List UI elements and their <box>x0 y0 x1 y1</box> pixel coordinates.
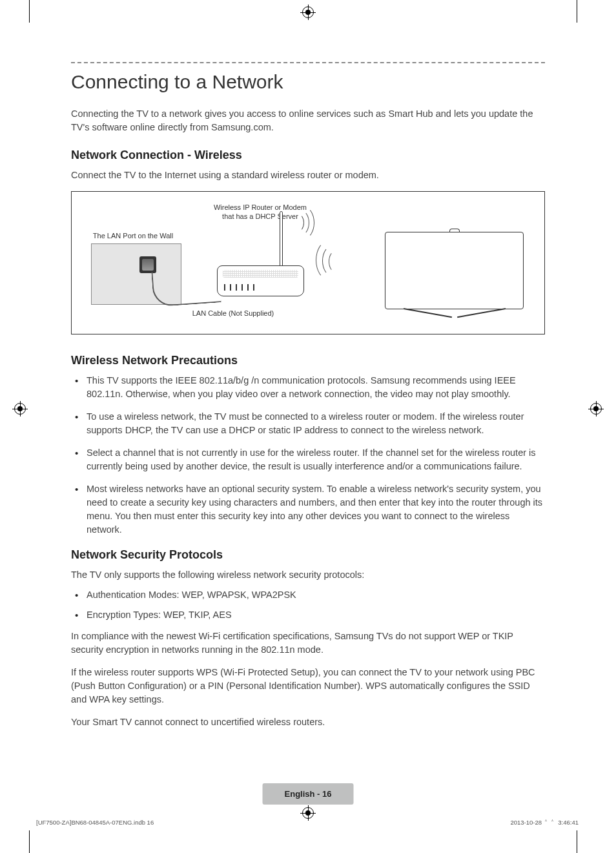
diagram-label-wall: The LAN Port on the Wall <box>79 232 187 241</box>
protocols-list: Authentication Modes: WEP, WPAPSK, WPA2P… <box>71 588 545 622</box>
tv-icon <box>385 232 524 309</box>
lan-cable-icon <box>151 267 221 307</box>
registration-mark-icon <box>590 403 602 415</box>
list-item: Most wireless networks have an optional … <box>71 482 545 537</box>
router-icon <box>217 265 304 296</box>
registration-mark-icon <box>302 6 314 18</box>
security-p2: If the wireless router supports WPS (Wi-… <box>71 666 545 706</box>
list-item: Authentication Modes: WEP, WPAPSK, WPA2P… <box>71 588 545 602</box>
list-item: To use a wireless network, the TV must b… <box>71 410 545 437</box>
page-title: Connecting to a Network <box>71 71 545 93</box>
security-p3: Your Smart TV cannot connect to uncertif… <box>71 715 545 729</box>
section-heading-security: Network Security Protocols <box>71 548 545 562</box>
diagram-label-cable: LAN Cable (Not Supplied) <box>169 309 298 318</box>
lan-port-icon <box>139 256 156 273</box>
antenna-icon <box>280 211 283 269</box>
crop-mark <box>577 0 577 23</box>
list-item: Select a channel that is not currently i… <box>71 446 545 473</box>
dashed-rule <box>71 62 545 63</box>
crop-mark <box>577 830 577 853</box>
precautions-list: This TV supports the IEEE 802.11a/b/g /n… <box>71 374 545 537</box>
intro-paragraph: Connecting the TV to a network gives you… <box>71 107 545 134</box>
page-number-badge: English - 16 <box>263 783 354 805</box>
page-content: Connecting to a Network Connecting the T… <box>71 58 545 811</box>
crop-mark <box>29 830 30 853</box>
tv-stand-icon <box>410 308 499 317</box>
security-intro: The TV only supports the following wirel… <box>71 568 545 582</box>
list-item: This TV supports the IEEE 802.11a/b/g /n… <box>71 374 545 401</box>
footer-right: 2013-10-28 ᄉᄉ 3:46:41 <box>510 819 579 826</box>
registration-mark-icon <box>14 403 26 415</box>
section1-text: Connect the TV to the Internet using a s… <box>71 169 545 182</box>
security-p1: In compliance with the newest Wi-Fi cert… <box>71 630 545 657</box>
footer-left: [UF7500-ZA]BN68-04845A-07ENG.indb 16 <box>36 819 154 826</box>
network-diagram: Wireless IP Router or Modemthat has a DH… <box>71 191 545 334</box>
list-item: Encryption Types: WEP, TKIP, AES <box>71 608 545 622</box>
print-footer: [UF7500-ZA]BN68-04845A-07ENG.indb 16 201… <box>36 819 579 826</box>
section-heading-wireless: Network Connection - Wireless <box>71 149 545 162</box>
crop-mark <box>29 0 30 23</box>
section-heading-precautions: Wireless Network Precautions <box>71 354 545 367</box>
